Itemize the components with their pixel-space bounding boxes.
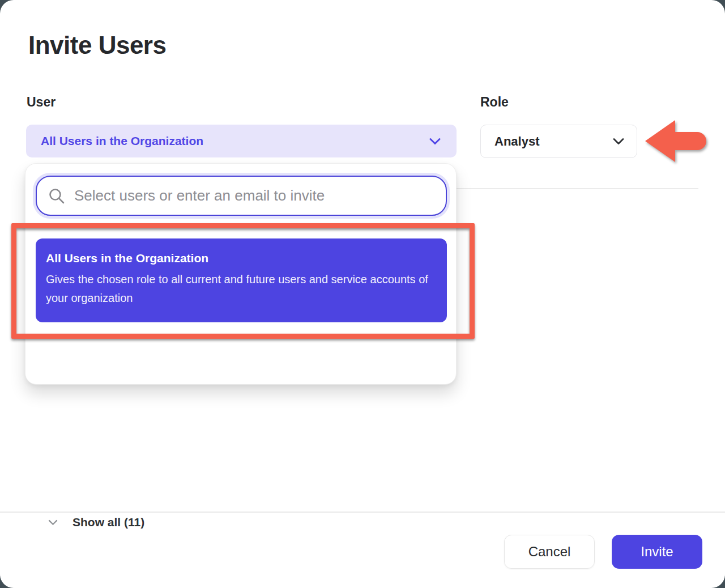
chevron-down-icon xyxy=(613,138,624,145)
invite-button[interactable]: Invite xyxy=(612,535,702,569)
show-all-label: Show all (11) xyxy=(72,515,144,529)
role-select[interactable]: Analyst xyxy=(480,125,637,158)
user-field-label: User xyxy=(27,95,56,110)
chevron-down-icon xyxy=(48,519,58,526)
user-select-value: All Users in the Organization xyxy=(41,134,203,148)
show-all-toggle[interactable]: Show all (11) xyxy=(48,514,144,531)
user-search-input[interactable] xyxy=(36,176,447,216)
page-title: Invite Users xyxy=(28,31,166,59)
option-description: Gives the chosen role to all current and… xyxy=(46,270,437,308)
user-select-trigger[interactable]: All Users in the Organization xyxy=(26,125,457,157)
option-all-users[interactable]: All Users in the Organization Gives the … xyxy=(36,238,447,322)
role-field-label: Role xyxy=(480,95,509,110)
search-icon xyxy=(48,188,65,204)
option-title: All Users in the Organization xyxy=(46,252,437,265)
arrow-left-icon xyxy=(642,116,711,166)
footer-divider xyxy=(0,512,725,513)
chevron-down-icon xyxy=(429,138,441,145)
user-search-wrap xyxy=(36,176,447,216)
role-select-value: Analyst xyxy=(494,134,539,149)
users-dropdown-panel: All Users in the Organization Gives the … xyxy=(25,163,457,385)
invite-users-modal: Invite Users User Role All Users in the … xyxy=(0,0,725,588)
screen: Invite Users User Role All Users in the … xyxy=(0,0,725,588)
cancel-button[interactable]: Cancel xyxy=(504,535,595,569)
